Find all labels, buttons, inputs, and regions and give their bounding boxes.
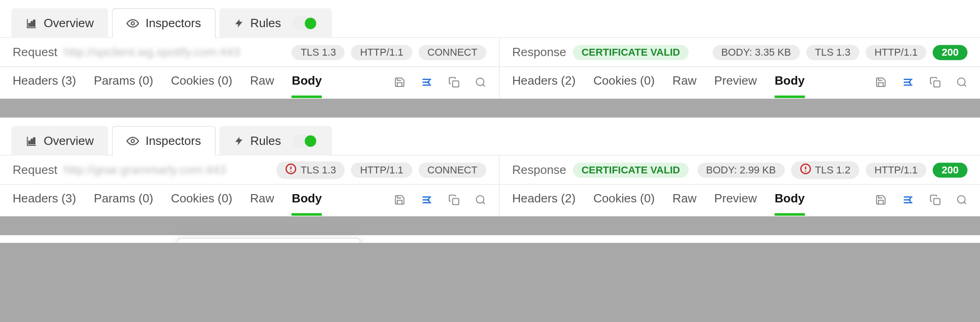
subtab-preview[interactable]: Preview (714, 74, 757, 98)
subtab-params[interactable]: Params (0) (94, 192, 153, 216)
tab-label: Rules (250, 17, 281, 30)
certificate-pill: CERTIFICATE VALID (573, 162, 689, 178)
subtab-cookies[interactable]: Cookies (0) (171, 192, 233, 216)
subtab-raw[interactable]: Raw (672, 74, 696, 98)
svg-rect-17 (31, 139, 33, 144)
pill-text: BODY: 3.35 KB (721, 46, 791, 58)
format-button[interactable] (902, 194, 915, 206)
tab-label: Inspectors (146, 17, 201, 30)
subtab-headers[interactable]: Headers (3) (13, 74, 76, 98)
svg-point-8 (476, 78, 484, 86)
main-tabs: Overview Inspectors Rules (0, 118, 980, 156)
request-pill: HTTP/1.1 (351, 45, 413, 60)
main-tabs: Overview Inspectors Rules (0, 236, 980, 243)
svg-rect-26 (453, 198, 458, 204)
info-split: Request http://gnar.grammarly.com:443 TL… (0, 155, 980, 216)
save-button[interactable] (875, 194, 887, 206)
subtab-body[interactable]: Body (292, 74, 322, 98)
copy-button[interactable] (929, 194, 941, 206)
svg-line-37 (964, 202, 966, 204)
tab-inspectors[interactable]: Inspectors (112, 8, 216, 38)
subtab-body[interactable]: Body (774, 74, 804, 98)
warning-icon (286, 163, 297, 177)
action-icons (875, 76, 968, 95)
svg-rect-18 (34, 138, 35, 144)
response-pill: TLS 1.3 (806, 45, 860, 60)
tab-rules[interactable]: Rules (219, 8, 332, 38)
action-icons (394, 76, 487, 95)
request-host: http://gnar.grammarly.com:443 (64, 163, 226, 177)
subtab-raw[interactable]: Raw (672, 192, 696, 216)
eye-icon (126, 17, 139, 30)
eye-icon (126, 135, 139, 148)
request-column: Request http://spclient.wg.spotify.com:4… (0, 38, 499, 99)
svg-rect-0 (29, 23, 30, 26)
response-column: Response CERTIFICATE VALID BODY: 3.35 KB… (499, 38, 980, 99)
svg-point-19 (132, 139, 135, 143)
subtab-raw[interactable]: Raw (250, 192, 274, 216)
format-button[interactable] (420, 194, 433, 206)
rules-toggle[interactable] (292, 134, 318, 148)
request-pill: HTTP/1.1 (351, 162, 413, 178)
inspector-panel: Overview Inspectors Rules Request http:/… (0, 118, 980, 217)
pill-text: BODY: 2.99 KB (706, 164, 776, 176)
subtab-cookies[interactable]: Cookies (0) (171, 74, 233, 98)
response-label: Response (512, 45, 567, 59)
request-pill: TLS 1.3 (292, 45, 345, 60)
tab-inspectors[interactable]: Inspectors (112, 126, 216, 156)
search-button[interactable] (956, 76, 968, 88)
svg-rect-16 (29, 141, 30, 144)
action-icons (394, 194, 487, 213)
format-button[interactable] (420, 76, 433, 88)
bolt-icon (234, 135, 244, 147)
search-button[interactable] (475, 76, 487, 88)
tab-overview[interactable]: Overview (11, 126, 109, 156)
response-pill: BODY: 2.99 KB (697, 162, 785, 178)
tab-rules[interactable]: Rules (219, 126, 332, 156)
search-button[interactable] (956, 194, 968, 206)
bolt-icon (234, 18, 244, 29)
save-button[interactable] (394, 76, 406, 88)
pill-text: TLS 1.2 (815, 164, 850, 176)
tab-overview[interactable]: Overview (11, 8, 109, 38)
subtab-cookies[interactable]: Cookies (0) (593, 74, 655, 98)
pill-text: CONNECT (427, 164, 477, 176)
response-pill: HTTP/1.1 (865, 45, 927, 60)
request-pill: CONNECT (418, 162, 486, 178)
svg-rect-2 (34, 20, 35, 26)
pill-text: TLS 1.3 (301, 46, 336, 58)
inspector-subtabs: Headers (2)Cookies (0)RawPreviewBody (499, 185, 980, 217)
bar-chart-icon (26, 135, 37, 147)
pill-text: HTTP/1.1 (360, 164, 403, 176)
svg-line-15 (964, 85, 966, 86)
subtab-headers[interactable]: Headers (2) (512, 74, 576, 98)
svg-rect-13 (934, 81, 940, 87)
tab-label: Overview (44, 17, 94, 30)
subtab-cookies[interactable]: Cookies (0) (593, 192, 655, 216)
save-button[interactable] (394, 194, 406, 206)
request-column: Request http://gnar.grammarly.com:443 TL… (0, 155, 499, 216)
request-label: Request (13, 45, 57, 59)
pill-text: HTTP/1.1 (874, 164, 917, 176)
subtab-body[interactable]: Body (292, 192, 322, 216)
search-button[interactable] (475, 194, 487, 206)
inspector-panel: Overview Inspectors Rules Request http:/… (0, 0, 980, 99)
subtab-params[interactable]: Params (0) (94, 74, 153, 98)
pill-text: TLS 1.3 (301, 164, 336, 176)
save-button[interactable] (875, 76, 887, 88)
status-code-pill: 200 (933, 162, 968, 178)
subtab-preview[interactable]: Preview (714, 192, 757, 216)
copy-button[interactable] (929, 76, 941, 88)
request-pill: CONNECT (418, 45, 486, 60)
rules-toggle[interactable] (292, 17, 318, 30)
inspector-subtabs: Headers (3)Params (0)Cookies (0)RawBody (0, 67, 499, 99)
copy-button[interactable] (448, 76, 460, 88)
subtab-raw[interactable]: Raw (250, 74, 274, 98)
response-label: Response (512, 163, 567, 177)
format-button[interactable] (902, 76, 915, 88)
copy-button[interactable] (448, 194, 460, 206)
subtab-body[interactable]: Body (774, 192, 804, 216)
response-pill: TLS 1.2 (791, 161, 860, 179)
subtab-headers[interactable]: Headers (2) (512, 192, 576, 216)
subtab-headers[interactable]: Headers (3) (13, 192, 76, 216)
